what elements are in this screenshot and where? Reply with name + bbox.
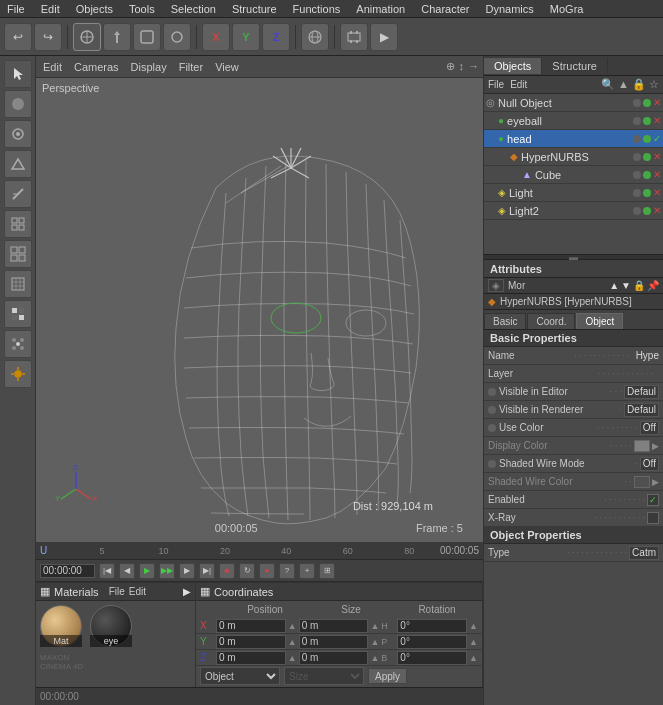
vp-cameras[interactable]: Cameras (71, 61, 122, 73)
tree-light[interactable]: ◈ Light ✕ (484, 184, 663, 202)
menu-tools[interactable]: Tools (126, 3, 158, 15)
play-forward-button[interactable]: ▶▶ (159, 563, 175, 579)
scale-tool[interactable] (163, 23, 191, 51)
tab-basic[interactable]: Basic (484, 313, 526, 329)
checker-tool[interactable] (4, 300, 32, 328)
rot-h-arrow[interactable]: ▲ (469, 621, 478, 631)
play-button[interactable]: ▶ (139, 563, 155, 579)
rot-b-input[interactable] (397, 651, 467, 665)
undo-button[interactable]: ↩ (4, 23, 32, 51)
film-tool[interactable] (340, 23, 368, 51)
move-tool[interactable] (103, 23, 131, 51)
tree-null-object[interactable]: ◎ Null Object ✕ (484, 94, 663, 112)
attr-pin-icon[interactable]: 📌 (647, 280, 659, 291)
prop-xray-checkbox[interactable] (647, 512, 659, 524)
time-input[interactable] (40, 564, 95, 578)
tree-light2[interactable]: ◈ Light2 ✕ (484, 202, 663, 220)
record-button[interactable]: ● (259, 563, 275, 579)
render-btn[interactable]: ▶ (370, 23, 398, 51)
obj-mgr-lock-icon[interactable]: 🔒 (632, 78, 646, 91)
viewport-shading[interactable] (4, 90, 32, 118)
pos-x-arrow[interactable]: ▲ (288, 621, 297, 631)
loop-button[interactable]: ↻ (239, 563, 255, 579)
vp-filter[interactable]: Filter (176, 61, 206, 73)
obj-mgr-up-icon[interactable]: ▲ (618, 78, 629, 91)
keyframe-options-button[interactable]: ⊞ (319, 563, 335, 579)
prop-display-color-arrow[interactable]: ▶ (652, 441, 659, 451)
menu-animation[interactable]: Animation (353, 3, 408, 15)
prev-frame-button[interactable]: ◀ (119, 563, 135, 579)
tree-head[interactable]: ● head ✓ (484, 130, 663, 148)
rot-p-arrow[interactable]: ▲ (469, 637, 478, 647)
next-frame-button[interactable]: ▶ (179, 563, 195, 579)
materials-menu-file[interactable]: File (109, 586, 125, 597)
grid-tool-2[interactable] (4, 240, 32, 268)
line-tool[interactable] (4, 180, 32, 208)
pos-z-arrow[interactable]: ▲ (288, 653, 297, 663)
rot-h-input[interactable] (397, 619, 467, 633)
attr-up-icon[interactable]: ▲ (609, 280, 619, 291)
rotate-tool[interactable] (133, 23, 161, 51)
add-keyframe-button[interactable]: + (299, 563, 315, 579)
tree-eyeball[interactable]: ● eyeball ✕ (484, 112, 663, 130)
menu-character[interactable]: Character (418, 3, 472, 15)
size-z-input[interactable] (299, 651, 369, 665)
sun-tool[interactable] (4, 360, 32, 388)
go-end-button[interactable]: ▶| (199, 563, 215, 579)
materials-arrow[interactable]: ▶ (183, 586, 191, 597)
tree-hypernurbs[interactable]: ◆ HyperNURBS ✕ (484, 148, 663, 166)
tree-cube[interactable]: ▲ Cube ✕ (484, 166, 663, 184)
vp-display[interactable]: Display (128, 61, 170, 73)
tab-structure[interactable]: Structure (542, 58, 608, 74)
go-start-button[interactable]: |◀ (99, 563, 115, 579)
size-z-arrow[interactable]: ▲ (370, 653, 379, 663)
menu-objects[interactable]: Objects (73, 3, 116, 15)
texture-tool[interactable] (4, 270, 32, 298)
tab-coord[interactable]: Coord. (527, 313, 575, 329)
menu-file[interactable]: File (4, 3, 28, 15)
pos-y-input[interactable] (216, 635, 286, 649)
attr-down-icon[interactable]: ▼ (621, 280, 631, 291)
pos-x-input[interactable] (216, 619, 286, 633)
prop-display-color-swatch[interactable] (634, 440, 650, 452)
prop-vis-editor-value[interactable]: Defaul (624, 385, 659, 399)
pos-y-arrow[interactable]: ▲ (288, 637, 297, 647)
vp-arrow-down[interactable]: ↕ (459, 60, 465, 73)
redo-button[interactable]: ↪ (34, 23, 62, 51)
obj-mgr-search-icon[interactable]: 🔍 (601, 78, 615, 91)
size-x-input[interactable] (299, 619, 369, 633)
vp-arrow-up[interactable]: ⊕ (446, 60, 455, 73)
menu-mogra[interactable]: MoGra (547, 3, 587, 15)
tab-objects[interactable]: Objects (484, 58, 542, 74)
menu-selection[interactable]: Selection (168, 3, 219, 15)
vp-edit[interactable]: Edit (40, 61, 65, 73)
rot-b-arrow[interactable]: ▲ (469, 653, 478, 663)
menu-dynamics[interactable]: Dynamics (483, 3, 537, 15)
z-axis[interactable]: Z (262, 23, 290, 51)
menu-edit[interactable]: Edit (38, 3, 63, 15)
prop-shaded-value[interactable]: Off (640, 457, 659, 471)
size-y-arrow[interactable]: ▲ (370, 637, 379, 647)
obj-mgr-file[interactable]: File (488, 79, 504, 90)
prop-use-color-value[interactable]: Off (640, 421, 659, 435)
tab-object[interactable]: Object (576, 313, 623, 329)
timeline-track[interactable]: U 5 10 20 40 60 80 00:00:05 (36, 542, 483, 560)
display-mode[interactable] (4, 120, 32, 148)
apply-button[interactable]: Apply (368, 668, 407, 684)
y-axis[interactable]: Y (232, 23, 260, 51)
object-mode-select[interactable]: Object World (200, 667, 280, 685)
menu-structure[interactable]: Structure (229, 3, 280, 15)
size-mode-select[interactable]: Size (284, 667, 364, 685)
prop-shaded-color-arrow[interactable]: ▶ (652, 477, 659, 487)
vp-arrow-right[interactable]: → (468, 60, 479, 73)
prop-shaded-color-swatch[interactable] (634, 476, 650, 488)
rot-p-input[interactable] (397, 635, 467, 649)
world-tool[interactable] (301, 23, 329, 51)
prop-enabled-checkbox[interactable]: ✓ (647, 494, 659, 506)
stop-button[interactable]: ■ (219, 563, 235, 579)
prop-vis-renderer-value[interactable]: Defaul (624, 403, 659, 417)
size-y-input[interactable] (299, 635, 369, 649)
materials-menu-edit[interactable]: Edit (129, 586, 146, 597)
cursor-tool[interactable] (4, 60, 32, 88)
size-x-arrow[interactable]: ▲ (370, 621, 379, 631)
